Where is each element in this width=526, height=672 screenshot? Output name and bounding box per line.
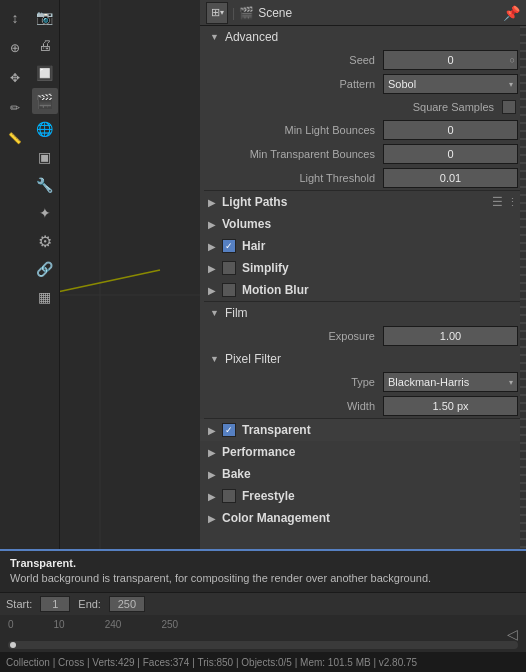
hair-checkbox[interactable]: ✓ — [222, 239, 236, 253]
type-value: Blackman-Harris — [388, 376, 469, 388]
start-frame-value: 1 — [52, 598, 58, 610]
timeline-slider[interactable] — [8, 641, 518, 649]
pattern-chevron: ▾ — [509, 80, 513, 89]
square-samples-checkbox[interactable] — [502, 100, 516, 114]
min-light-bounces-label: Min Light Bounces — [216, 124, 383, 136]
exposure-input[interactable]: 1.00 — [383, 326, 518, 346]
output-props-icon[interactable]: 🖨 — [32, 32, 58, 58]
simplify-label: Simplify — [242, 261, 289, 275]
performance-label: Performance — [222, 445, 295, 459]
light-paths-header[interactable]: ▶ Light Paths ☰ ⋮ — [200, 191, 526, 213]
measure-icon[interactable]: 📏 — [1, 124, 29, 152]
simplify-checkbox[interactable] — [222, 261, 236, 275]
performance-header[interactable]: ▶ Performance — [200, 441, 526, 463]
freestyle-checkbox[interactable] — [222, 489, 236, 503]
tooltip-title: Transparent. — [10, 557, 516, 569]
particles-props-icon[interactable]: ✦ — [32, 200, 58, 226]
modifier-props-icon[interactable]: 🔧 — [32, 172, 58, 198]
pattern-dropdown[interactable]: Sobol ▾ — [383, 74, 518, 94]
end-frame-input[interactable]: 250 — [109, 596, 145, 612]
type-dropdown[interactable]: Blackman-Harris ▾ — [383, 372, 518, 392]
color-management-label: Color Management — [222, 511, 330, 525]
min-transparent-bounces-input[interactable]: 0 — [383, 144, 518, 164]
light-threshold-row: Light Threshold 0.01 — [200, 166, 526, 190]
color-management-header[interactable]: ▶ Color Management — [200, 507, 526, 529]
motion-blur-label: Motion Blur — [242, 283, 309, 297]
transparent-label: Transparent — [242, 423, 311, 437]
light-threshold-input[interactable]: 0.01 — [383, 168, 518, 188]
end-label: End: — [78, 598, 101, 610]
frame-240: 240 — [105, 619, 122, 630]
motion-blur-header[interactable]: ▶ Motion Blur — [200, 279, 526, 301]
start-frame-input[interactable]: 1 — [40, 596, 70, 612]
film-section-header[interactable]: ▼ Film — [200, 302, 526, 324]
min-transparent-bounces-label: Min Transparent Bounces — [216, 148, 383, 160]
properties-topbar: ⊞ ▾ | 🎬 Scene 📌 — [200, 0, 526, 26]
min-light-bounces-input[interactable]: 0 — [383, 120, 518, 140]
freestyle-header[interactable]: ▶ Freestyle — [200, 485, 526, 507]
timeline-top: Start: 1 End: 250 — [0, 593, 526, 615]
width-value: 1.50 px — [432, 400, 468, 412]
render-props-icon[interactable]: 📷 — [32, 4, 58, 30]
transparent-checkbox[interactable]: ✓ — [222, 423, 236, 437]
tooltip-description: World background is transparent, for com… — [10, 571, 516, 586]
timeline-area[interactable]: 0 10 240 250 ◁ — [0, 615, 526, 653]
pin-icon[interactable]: 📌 — [503, 5, 520, 21]
status-text: Collection | Cross | Verts:429 | Faces:3… — [6, 657, 417, 668]
scene-props-icon[interactable]: 🎬 — [32, 88, 58, 114]
pattern-row: Pattern Sobol ▾ — [200, 72, 526, 96]
seed-input[interactable]: 0 ○ — [383, 50, 518, 70]
type-row: Type Blackman-Harris ▾ — [200, 370, 526, 394]
cursor-tool-icon[interactable]: ⊕ — [1, 34, 29, 62]
annotate-icon[interactable]: ✏ — [1, 94, 29, 122]
start-label: Start: — [6, 598, 32, 610]
simplify-arrow: ▶ — [208, 263, 216, 274]
pattern-label: Pattern — [216, 78, 383, 90]
advanced-arrow: ▼ — [210, 32, 219, 42]
pixel-filter-arrow: ▼ — [210, 354, 219, 364]
advanced-section-header[interactable]: ▼ Advanced — [200, 26, 526, 48]
properties-icons: 📷 🖨 🔲 🎬 🌐 ▣ 🔧 ✦ ⚙ 🔗 ▦ — [30, 0, 60, 600]
exposure-row: Exposure 1.00 — [200, 324, 526, 348]
properties-panel: ▼ Advanced Seed 0 ○ Pattern Sobol ▾ Squa… — [200, 26, 526, 592]
physics-props-icon[interactable]: ⚙ — [32, 228, 58, 254]
motion-blur-checkbox[interactable] — [222, 283, 236, 297]
move-tool-icon[interactable]: ↕ — [1, 4, 29, 32]
pixel-filter-label: Pixel Filter — [225, 352, 281, 366]
bake-header[interactable]: ▶ Bake — [200, 463, 526, 485]
width-input[interactable]: 1.50 px — [383, 396, 518, 416]
seed-toggle[interactable]: ○ — [510, 55, 515, 65]
transform-icon[interactable]: ✥ — [1, 64, 29, 92]
width-row: Width 1.50 px — [200, 394, 526, 418]
constraints-props-icon[interactable]: 🔗 — [32, 256, 58, 282]
exposure-label: Exposure — [216, 330, 383, 342]
pixel-filter-header[interactable]: ▼ Pixel Filter — [200, 348, 526, 370]
view-layer-props-icon[interactable]: 🔲 — [32, 60, 58, 86]
editor-type-dropdown[interactable]: ⊞ ▾ — [206, 2, 228, 24]
world-props-icon[interactable]: 🌐 — [32, 116, 58, 142]
frame-250: 250 — [161, 619, 178, 630]
scene-title: Scene — [258, 6, 292, 20]
timeline-nav-left[interactable]: ◁ — [507, 626, 518, 642]
timeline-handle[interactable] — [10, 642, 16, 648]
transparent-checkmark: ✓ — [225, 425, 233, 435]
exposure-value: 1.00 — [440, 330, 461, 342]
transparent-arrow: ▶ — [208, 425, 216, 436]
simplify-header[interactable]: ▶ Simplify — [200, 257, 526, 279]
film-arrow: ▼ — [210, 308, 219, 318]
performance-arrow: ▶ — [208, 447, 216, 458]
timeline-numbers: 0 10 240 250 — [0, 615, 526, 634]
advanced-label: Advanced — [225, 30, 278, 44]
hair-arrow: ▶ — [208, 241, 216, 252]
min-transparent-bounces-value: 0 — [447, 148, 453, 160]
data-props-icon[interactable]: ▦ — [32, 284, 58, 310]
volumes-header[interactable]: ▶ Volumes — [200, 213, 526, 235]
transparent-header[interactable]: ▶ ✓ Transparent — [200, 419, 526, 441]
object-props-icon[interactable]: ▣ — [32, 144, 58, 170]
light-paths-more-icon[interactable]: ⋮ — [507, 196, 518, 209]
light-paths-list-icon[interactable]: ☰ — [492, 195, 503, 209]
hair-label: Hair — [242, 239, 265, 253]
frame-10: 10 — [54, 619, 65, 630]
hair-header[interactable]: ▶ ✓ Hair — [200, 235, 526, 257]
volumes-arrow: ▶ — [208, 219, 216, 230]
